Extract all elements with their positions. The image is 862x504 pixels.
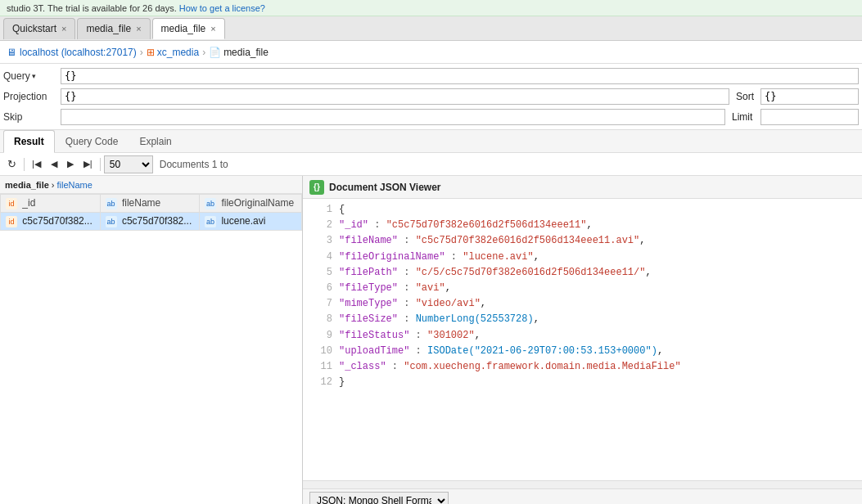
- line-number: 10: [309, 344, 332, 359]
- tab-quickstart[interactable]: Quickstart ×: [3, 18, 75, 39]
- cell-filename-icon: ab: [106, 216, 117, 227]
- data-table: id _id ab fileName ab fileOriginalName: [0, 194, 302, 231]
- tab-query-code-label: Query Code: [65, 136, 119, 147]
- id-col-icon: id: [6, 198, 17, 209]
- first-page-button[interactable]: |◀: [28, 157, 45, 171]
- query-row: Query ▾: [3, 66, 859, 86]
- cell-fileoriginalname: ab lucene.avi: [200, 212, 302, 230]
- line-content: "mimeType" : "video/avi",: [339, 296, 486, 312]
- line-content: "fileType" : "avi",: [339, 281, 451, 296]
- db-name[interactable]: xc_media: [157, 47, 199, 58]
- left-panel: media_file › fileName id _id ab fileName: [0, 176, 303, 504]
- json-line: 5 "filePath" : "c/5/c5c75d70f382e6016d2f…: [309, 265, 855, 281]
- line-content: "fileName" : "c5c75d70f382e6016d2f506d13…: [339, 233, 645, 249]
- json-content[interactable]: 1{2 "_id" : "c5c75d70f382e6016d2f506d134…: [303, 199, 862, 480]
- line-content: "fileSize" : NumberLong(52553728),: [339, 312, 539, 327]
- breadcrumb: 🖥 localhost (localhost:27017) › ⊞ xc_med…: [0, 41, 862, 64]
- line-number: 1: [309, 202, 332, 218]
- col-header-filename[interactable]: ab fileName: [100, 195, 200, 213]
- table-breadcrumb: media_file › fileName: [0, 176, 302, 194]
- tab-result-label: Result: [14, 136, 44, 147]
- license-link[interactable]: How to get a license?: [179, 3, 265, 13]
- line-number: 8: [309, 312, 332, 327]
- table-row[interactable]: id c5c75d70f382... ab c5c75d70f382... ab…: [1, 212, 302, 230]
- last-page-button[interactable]: ▶|: [79, 157, 97, 171]
- table-scroll[interactable]: id _id ab fileName ab fileOriginalName: [0, 194, 302, 504]
- json-viewer-title: Document JSON Viewer: [329, 182, 441, 193]
- line-number: 7: [309, 296, 332, 312]
- line-content: "fileOriginalName" : "lucene.avi",: [339, 250, 539, 265]
- query-form: Query ▾ Projection Sort Skip Limit: [0, 64, 862, 130]
- db-icon2: ⊞: [147, 47, 155, 58]
- json-line: 3 "fileName" : "c5c75d70f382e6016d2f506d…: [309, 233, 855, 249]
- line-number: 2: [309, 218, 332, 233]
- sep1: ›: [140, 47, 143, 58]
- next-page-button[interactable]: ▶: [63, 157, 78, 171]
- line-content: }: [339, 375, 345, 390]
- table-breadcrumb-arrow: ›: [52, 180, 55, 190]
- limit-input[interactable]: [760, 109, 859, 125]
- line-number: 3: [309, 233, 332, 249]
- skip-input[interactable]: [61, 109, 725, 125]
- fileoriginalname-col-icon: ab: [205, 198, 216, 209]
- tab-media-file-2[interactable]: media_file ×: [152, 18, 225, 39]
- tab-explain-label: Explain: [139, 136, 171, 147]
- tab-result[interactable]: Result: [3, 130, 55, 153]
- projection-row: Projection Sort: [3, 87, 859, 106]
- line-number: 11: [309, 359, 332, 375]
- json-footer: JSON: Mongo Shell Format JSON: Strict Mo…: [303, 488, 862, 504]
- json-line: 11 "_class" : "com.xuecheng.framework.do…: [309, 359, 855, 375]
- format-select[interactable]: JSON: Mongo Shell Format JSON: Strict Mo…: [309, 492, 449, 505]
- line-content: "fileStatus" : "301002",: [339, 328, 481, 344]
- col-fileoriginalname-label: fileOriginalName: [221, 197, 294, 209]
- prev-page-button[interactable]: ◀: [47, 157, 61, 171]
- line-number: 9: [309, 328, 332, 344]
- tab-bar: Quickstart × media_file × media_file ×: [0, 16, 862, 41]
- line-number: 12: [309, 375, 332, 390]
- json-line: 10 "uploadTime" : ISODate("2021-06-29T07…: [309, 344, 855, 359]
- col-header-id[interactable]: id _id: [1, 195, 101, 213]
- close-media-file-2-icon[interactable]: ×: [210, 24, 215, 34]
- doc-count: Documents 1 to: [160, 159, 228, 170]
- close-media-file-1-icon[interactable]: ×: [136, 24, 141, 34]
- json-line: 8 "fileSize" : NumberLong(52553728),: [309, 312, 855, 327]
- col-header-fileoriginalname[interactable]: ab fileOriginalName: [200, 195, 302, 213]
- tab-explain[interactable]: Explain: [129, 130, 182, 153]
- query-dropdown-icon[interactable]: ▾: [32, 72, 36, 80]
- close-quickstart-icon[interactable]: ×: [61, 24, 66, 34]
- json-line: 4 "fileOriginalName" : "lucene.avi",: [309, 250, 855, 265]
- filename-col-icon: ab: [106, 198, 117, 209]
- json-viewer-header: {} Document JSON Viewer: [303, 176, 862, 199]
- page-size-select[interactable]: 10 25 50 100 250: [104, 155, 153, 173]
- trial-bar: studio 3T. The trial is available for 26…: [0, 0, 862, 16]
- right-panel: {} Document JSON Viewer 1{2 "_id" : "c5c…: [303, 176, 862, 504]
- tab-quickstart-label: Quickstart: [12, 23, 56, 34]
- line-number: 6: [309, 281, 332, 296]
- tab-media-file-1[interactable]: media_file ×: [77, 18, 150, 39]
- projection-label: Projection: [3, 91, 61, 102]
- sep2: ›: [202, 47, 205, 58]
- horizontal-scrollbar[interactable]: [303, 480, 862, 488]
- cell-id-icon: id: [6, 216, 17, 227]
- json-line: 7 "mimeType" : "video/avi",: [309, 296, 855, 312]
- line-content: "_id" : "c5c75d70f382e6016d2f506d134eee1…: [339, 218, 593, 233]
- cell-fileoriginalname-value: lucene.avi: [221, 215, 265, 227]
- query-label: Query ▾: [3, 70, 61, 82]
- refresh-button[interactable]: ↻: [3, 156, 20, 172]
- projection-input[interactable]: [61, 88, 729, 105]
- trial-text: studio 3T. The trial is available for 26…: [7, 3, 177, 13]
- table-breadcrumb-field[interactable]: fileName: [56, 180, 92, 190]
- sort-input[interactable]: [760, 88, 859, 105]
- json-line: 1{: [309, 202, 855, 218]
- json-line: 6 "fileType" : "avi",: [309, 281, 855, 296]
- tab-query-code[interactable]: Query Code: [55, 130, 129, 153]
- limit-label: Limit: [732, 111, 760, 123]
- query-input[interactable]: [61, 68, 859, 84]
- line-content: "_class" : "com.xuecheng.framework.domai…: [339, 359, 681, 375]
- skip-label: Skip: [3, 111, 61, 123]
- collection-name[interactable]: media_file: [223, 47, 269, 58]
- server-name[interactable]: localhost (localhost:27017): [20, 47, 137, 58]
- cell-id: id c5c75d70f382...: [1, 212, 101, 230]
- toolbar: ↻ |◀ ◀ ▶ ▶| 10 25 50 100 250 Documents 1…: [0, 153, 862, 176]
- cell-filename: ab c5c75d70f382...: [100, 212, 200, 230]
